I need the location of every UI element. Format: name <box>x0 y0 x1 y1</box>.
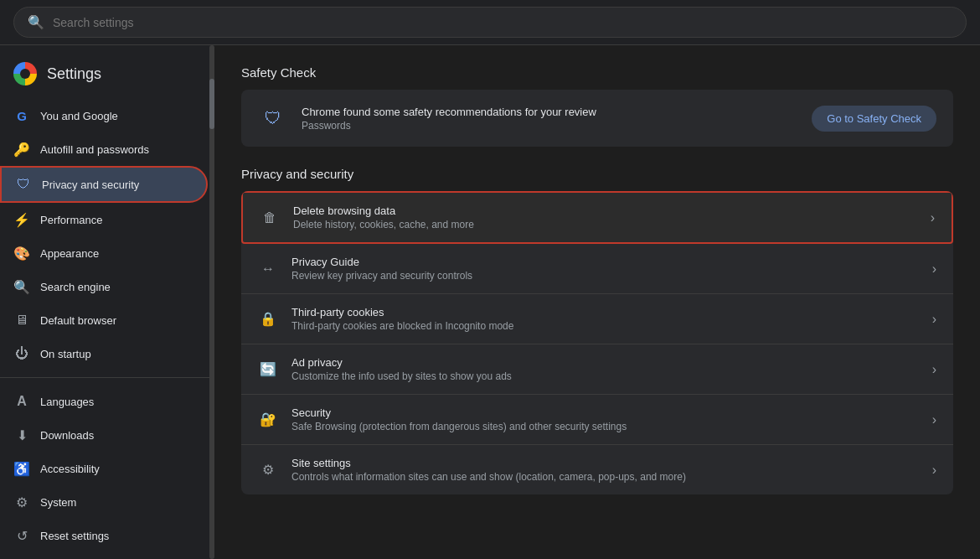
safety-check-section-title: Safety Check <box>241 65 953 80</box>
sidebar-scrollbar[interactable] <box>209 45 214 559</box>
privacy-item-title: Delete browsing data <box>293 204 917 217</box>
chevron-right-icon: › <box>932 362 936 377</box>
chrome-logo <box>13 62 37 85</box>
settings-title: Settings <box>47 65 101 83</box>
sidebar-header: Settings <box>0 52 214 99</box>
sidebar-item-languages[interactable]: A Languages <box>0 385 208 418</box>
search-input[interactable] <box>53 16 952 29</box>
safety-check-sub: Passwords <box>302 120 798 132</box>
sidebar-item-reset[interactable]: ↺ Reset settings <box>0 519 208 552</box>
privacy-item-privacy-guide[interactable]: ↔ Privacy Guide Review key privacy and s… <box>241 244 953 294</box>
privacy-item-sub: Review key privacy and security controls <box>291 270 919 282</box>
main-layout: Settings G You and Google 🔑 Autofill and… <box>0 45 980 559</box>
sidebar-item-label: Search engine <box>40 281 111 293</box>
privacy-section: Privacy and security 🗑 Delete browsing d… <box>241 167 953 494</box>
sidebar-item-search-engine[interactable]: 🔍 Search engine <box>0 270 208 303</box>
privacy-guide-icon: ↔ <box>258 259 278 279</box>
chevron-right-icon: › <box>932 312 936 327</box>
privacy-item-sub: Controls what information sites can use … <box>291 471 919 483</box>
privacy-item-delete-browsing[interactable]: 🗑 Delete browsing data Delete history, c… <box>241 191 953 244</box>
ad-privacy-icon: 🔄 <box>258 360 278 380</box>
sidebar-item-privacy[interactable]: 🛡 Privacy and security <box>0 166 208 203</box>
sidebar-item-label: Downloads <box>40 429 94 442</box>
languages-icon: A <box>13 393 30 410</box>
sidebar-item-on-startup[interactable]: ⏻ On startup <box>0 337 208 370</box>
sidebar-item-performance[interactable]: ⚡ Performance <box>0 203 208 236</box>
sidebar-item-label: System <box>40 496 76 509</box>
sidebar-item-label: Languages <box>40 396 94 408</box>
privacy-item-text: Ad privacy Customize the info used by si… <box>291 356 919 382</box>
sidebar: Settings G You and Google 🔑 Autofill and… <box>0 45 214 559</box>
privacy-list: 🗑 Delete browsing data Delete history, c… <box>241 191 953 494</box>
content-area: Safety Check 🛡 Chrome found some safety … <box>214 45 980 559</box>
sidebar-item-label: On startup <box>40 348 91 360</box>
privacy-item-security[interactable]: 🔐 Security Safe Browsing (protection fro… <box>241 395 953 445</box>
chevron-right-icon: › <box>932 261 936 277</box>
startup-icon: ⏻ <box>13 345 30 362</box>
chevron-right-icon: › <box>932 463 936 478</box>
google-icon: G <box>13 107 30 124</box>
cookies-icon: 🔒 <box>258 309 278 329</box>
sidebar-item-label: Performance <box>40 214 102 226</box>
chevron-right-icon: › <box>931 210 935 225</box>
privacy-item-sub: Safe Browsing (protection from dangerous… <box>291 421 919 432</box>
privacy-item-site-settings[interactable]: ⚙ Site settings Controls what informatio… <box>241 445 953 494</box>
sidebar-item-label: Autofill and passwords <box>40 143 149 156</box>
accessibility-icon: ♿ <box>13 460 30 477</box>
reset-icon: ↺ <box>13 527 30 544</box>
sidebar-item-label: Appearance <box>40 247 99 260</box>
privacy-item-title: Site settings <box>291 457 919 469</box>
privacy-item-text: Site settings Controls what information … <box>291 457 919 483</box>
safety-check-card: 🛡 Chrome found some safety recommendatio… <box>241 90 953 147</box>
sidebar-item-label: Default browser <box>40 314 116 327</box>
security-icon: 🔐 <box>258 410 278 430</box>
sidebar-item-autofill[interactable]: 🔑 Autofill and passwords <box>0 132 208 166</box>
sidebar-item-default-browser[interactable]: 🖥 Default browser <box>0 303 208 337</box>
site-settings-icon: ⚙ <box>258 460 278 480</box>
sidebar-item-accessibility[interactable]: ♿ Accessibility <box>0 452 208 485</box>
privacy-item-title: Security <box>291 406 919 419</box>
trash-icon: 🗑 <box>260 208 280 228</box>
privacy-item-title: Privacy Guide <box>291 256 919 268</box>
privacy-item-ad-privacy[interactable]: 🔄 Ad privacy Customize the info used by … <box>241 344 953 395</box>
sidebar-item-label: Accessibility <box>40 463 100 475</box>
privacy-item-third-party-cookies[interactable]: 🔒 Third-party cookies Third-party cookie… <box>241 294 953 344</box>
privacy-item-title: Ad privacy <box>291 356 919 369</box>
chevron-right-icon: › <box>932 412 936 427</box>
privacy-item-sub: Customize the info used by sites to show… <box>291 370 919 382</box>
top-bar: 🔍 <box>0 0 980 45</box>
appearance-icon: 🎨 <box>13 245 30 261</box>
sidebar-divider <box>0 377 214 378</box>
autofill-icon: 🔑 <box>13 141 30 158</box>
sidebar-item-label: Reset settings <box>40 530 109 542</box>
performance-icon: ⚡ <box>13 211 30 228</box>
sidebar-scrollbar-thumb <box>209 79 214 129</box>
go-to-safety-check-button[interactable]: Go to Safety Check <box>812 106 936 132</box>
privacy-item-text: Security Safe Browsing (protection from … <box>291 406 919 432</box>
system-icon: ⚙ <box>13 494 30 510</box>
sidebar-item-label: Privacy and security <box>42 179 139 191</box>
safety-check-title: Chrome found some safety recommendations… <box>302 106 798 118</box>
shield-icon: 🛡 <box>15 176 32 193</box>
browser-icon: 🖥 <box>13 312 30 329</box>
search-box[interactable]: 🔍 <box>13 7 967 38</box>
search-engine-icon: 🔍 <box>13 278 30 295</box>
search-icon: 🔍 <box>28 14 44 30</box>
sidebar-item-system[interactable]: ⚙ System <box>0 485 208 519</box>
sidebar-item-label: You and Google <box>40 110 118 122</box>
privacy-section-title: Privacy and security <box>241 167 953 181</box>
safety-shield-icon: 🛡 <box>258 103 288 133</box>
privacy-item-title: Third-party cookies <box>291 306 919 318</box>
privacy-item-sub: Third-party cookies are blocked in Incog… <box>291 320 919 332</box>
privacy-item-text: Privacy Guide Review key privacy and sec… <box>291 256 919 282</box>
sidebar-item-downloads[interactable]: ⬇ Downloads <box>0 418 208 452</box>
privacy-item-text: Third-party cookies Third-party cookies … <box>291 306 919 332</box>
downloads-icon: ⬇ <box>13 427 30 443</box>
privacy-item-text: Delete browsing data Delete history, coo… <box>293 204 917 230</box>
safety-check-text: Chrome found some safety recommendations… <box>302 106 798 132</box>
sidebar-item-you-google[interactable]: G You and Google <box>0 99 208 132</box>
sidebar-item-appearance[interactable]: 🎨 Appearance <box>0 236 208 270</box>
privacy-item-sub: Delete history, cookies, cache, and more <box>293 219 917 230</box>
